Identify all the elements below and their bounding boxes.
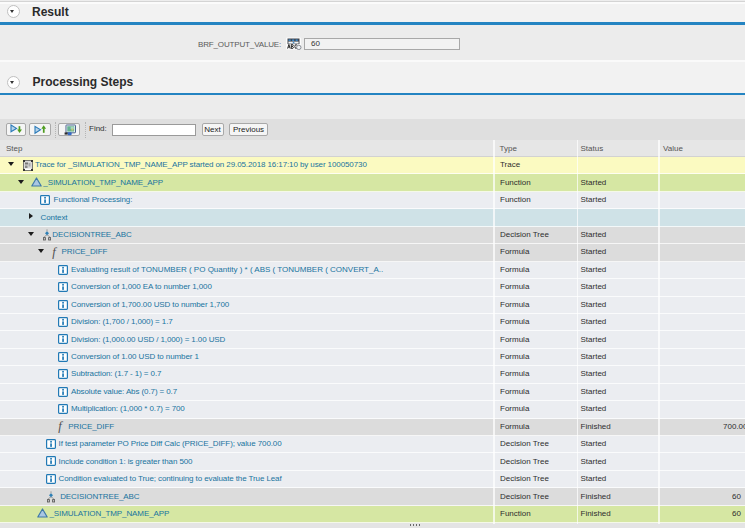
svg-text:f: f	[52, 245, 57, 259]
svg-text:f: f	[58, 420, 63, 434]
